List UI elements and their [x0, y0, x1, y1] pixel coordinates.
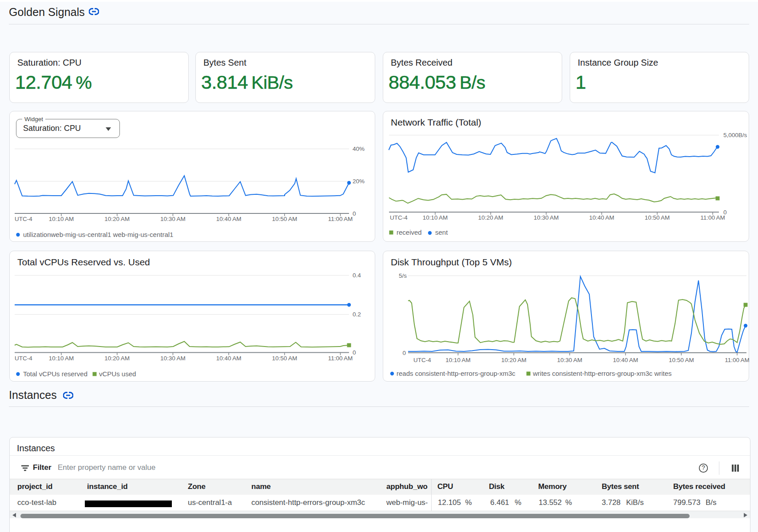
- svg-text:0: 0: [723, 209, 727, 216]
- svg-text:10:20 AM: 10:20 AM: [104, 355, 130, 362]
- svg-text:10:50 AM: 10:50 AM: [669, 357, 694, 363]
- svg-text:20%: 20%: [353, 178, 365, 185]
- svg-text:11:00 AM: 11:00 AM: [328, 355, 353, 362]
- svg-text:UTC-4: UTC-4: [390, 214, 408, 221]
- svg-text:10:10 AM: 10:10 AM: [49, 355, 74, 362]
- svg-text:0: 0: [402, 350, 406, 356]
- svg-text:vCPUs used: vCPUs used: [99, 370, 136, 378]
- svg-text:0: 0: [353, 349, 356, 356]
- svg-text:writes consistent-http-errors-: writes consistent-http-errors-group-xm3c…: [532, 370, 672, 377]
- svg-text:11:00 AM: 11:00 AM: [725, 357, 750, 363]
- svg-text:10:30 AM: 10:30 AM: [557, 357, 583, 363]
- svg-text:10:20 AM: 10:20 AM: [501, 357, 527, 363]
- svg-text:sent: sent: [435, 229, 448, 236]
- svg-text:10:50 AM: 10:50 AM: [272, 355, 297, 362]
- svg-text:10:40 AM: 10:40 AM: [216, 355, 242, 362]
- svg-text:10:30 AM: 10:30 AM: [160, 216, 186, 222]
- svg-text:10:40 AM: 10:40 AM: [613, 357, 638, 363]
- svg-text:10:10 AM: 10:10 AM: [423, 214, 448, 221]
- svg-text:10:20 AM: 10:20 AM: [478, 214, 504, 221]
- svg-text:UTC-4: UTC-4: [15, 355, 32, 362]
- svg-text:10:30 AM: 10:30 AM: [534, 214, 559, 221]
- svg-text:Total vCPUs reserved: Total vCPUs reserved: [23, 370, 87, 378]
- svg-text:10:30 AM: 10:30 AM: [160, 355, 186, 362]
- svg-text:UTC-4: UTC-4: [413, 357, 431, 363]
- svg-text:utilizationweb-mig-us-central1: utilizationweb-mig-us-central1 web-mig-u…: [23, 231, 173, 238]
- svg-text:?: ?: [702, 464, 705, 471]
- svg-text:10:10 AM: 10:10 AM: [445, 357, 471, 363]
- svg-text:10:40 AM: 10:40 AM: [216, 216, 242, 222]
- svg-text:0: 0: [353, 210, 356, 217]
- svg-text:reads consistent-http-errors-g: reads consistent-http-errors-group-xm3c: [397, 370, 516, 377]
- svg-text:UTC-4: UTC-4: [15, 216, 32, 222]
- svg-text:10:40 AM: 10:40 AM: [589, 214, 615, 221]
- svg-text:11:00 AM: 11:00 AM: [328, 216, 353, 222]
- svg-text:11:00 AM: 11:00 AM: [700, 214, 725, 221]
- svg-text:5,000B/s: 5,000B/s: [723, 132, 747, 138]
- svg-text:10:20 AM: 10:20 AM: [104, 216, 130, 222]
- svg-text:0.4: 0.4: [353, 272, 361, 279]
- svg-text:10:50 AM: 10:50 AM: [272, 216, 297, 222]
- svg-text:10:50 AM: 10:50 AM: [645, 214, 670, 221]
- svg-text:40%: 40%: [353, 146, 365, 152]
- svg-text:0.2: 0.2: [353, 311, 361, 318]
- svg-text:10:10 AM: 10:10 AM: [49, 216, 74, 222]
- svg-text:5/s: 5/s: [399, 272, 407, 279]
- svg-text:received: received: [397, 229, 422, 236]
